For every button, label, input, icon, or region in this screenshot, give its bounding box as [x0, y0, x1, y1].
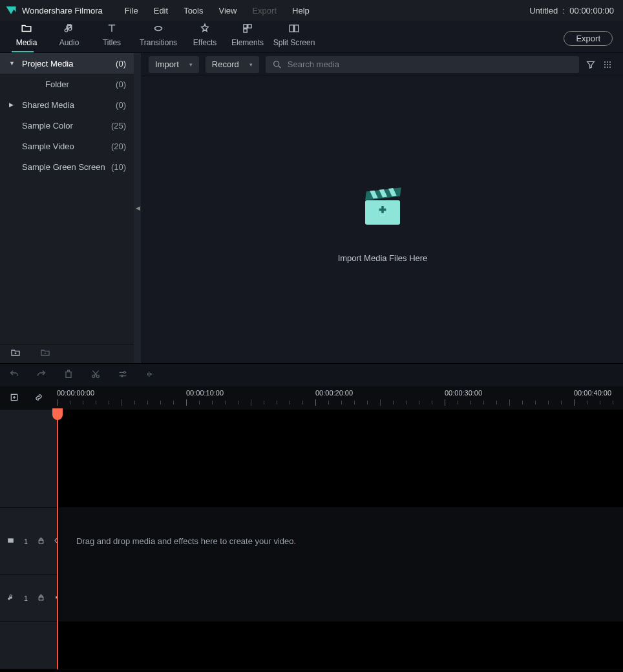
audio-wave-icon[interactable]	[145, 369, 155, 381]
timeline-area: 00:00:00:0000:00:10:0000:00:20:0000:00:3…	[0, 363, 623, 669]
media-drop-text: Import Media Files Here	[338, 253, 428, 263]
playhead-knob[interactable]	[52, 408, 63, 420]
svg-point-20	[123, 372, 125, 373]
svg-rect-26	[39, 597, 43, 600]
sidebar-list: ▼Project Media(0)▼Folder(0)▶Shared Media…	[0, 53, 134, 344]
svg-rect-4	[295, 25, 299, 32]
svg-point-6	[604, 61, 606, 63]
cut-icon[interactable]	[90, 369, 101, 381]
svg-rect-3	[290, 25, 293, 32]
menu-tools[interactable]: Tools	[177, 3, 209, 18]
media-drop-zone[interactable]: Import Media Files Here	[142, 76, 623, 363]
audio-icon	[63, 23, 75, 36]
clapperboard-icon	[354, 177, 412, 235]
delete-icon[interactable]	[63, 369, 74, 381]
chevron-left-icon: ◀	[136, 205, 140, 211]
tab-effects[interactable]: Effects	[184, 21, 226, 52]
tab-media[interactable]: Media	[5, 21, 48, 52]
ruler-tick: 00:00:10:00	[186, 389, 224, 397]
svg-point-11	[609, 64, 611, 65]
sidebar-item-sample-video[interactable]: ▼Sample Video(20)	[0, 136, 134, 156]
timeline-ruler[interactable]: 00:00:00:0000:00:10:0000:00:20:0000:00:3…	[57, 386, 623, 410]
link-icon[interactable]	[34, 392, 44, 404]
timeline-ruler-row: 00:00:00:0000:00:10:0000:00:20:0000:00:3…	[0, 386, 623, 410]
chevron-down-icon: ▾	[249, 61, 253, 68]
sidebar-collapse-handle[interactable]: ◀	[134, 53, 142, 363]
track-area: 1 Drag and drop media and effects here t…	[0, 410, 623, 669]
search-media-box[interactable]	[266, 56, 579, 73]
doc-time: 00:00:00:00	[569, 6, 614, 16]
titles-icon	[106, 23, 118, 36]
video-track[interactable]: 1 Drag and drop media and effects here t…	[0, 508, 623, 575]
audio-track-icon	[6, 593, 15, 603]
effects-icon	[199, 23, 211, 36]
import-dropdown[interactable]: Import ▾	[149, 56, 199, 73]
tab-elements[interactable]: Elements	[226, 21, 269, 52]
audio-track-head: 1	[0, 575, 57, 621]
undo-icon[interactable]	[9, 369, 19, 381]
record-dropdown[interactable]: Record ▾	[206, 56, 259, 73]
menu-help[interactable]: Help	[286, 3, 316, 18]
tab-split-screen[interactable]: Split Screen	[269, 21, 319, 52]
doc-name: Untitled	[529, 6, 558, 16]
tab-titles[interactable]: Titles	[90, 21, 133, 52]
audio-track-body[interactable]	[57, 575, 623, 621]
svg-rect-0	[244, 25, 247, 28]
ruler-tick: 00:00:20:00	[315, 389, 353, 397]
sidebar: ▼Project Media(0)▼Folder(0)▶Shared Media…	[0, 53, 134, 363]
sidebar-item-sample-color[interactable]: ▼Sample Color(25)	[0, 115, 134, 136]
new-folder-icon[interactable]	[10, 348, 21, 360]
add-marker-icon[interactable]	[9, 392, 19, 404]
ruler-tick: 00:00:00:00	[57, 389, 94, 397]
menu-export: Export	[246, 3, 283, 18]
menu-items: FileEditToolsViewExportHelp	[118, 3, 316, 18]
playhead[interactable]	[57, 410, 58, 669]
redo-icon[interactable]	[36, 369, 47, 381]
tab-audio[interactable]: Audio	[48, 21, 90, 52]
track-spacer-top	[0, 410, 623, 508]
svg-point-10	[607, 64, 608, 65]
media-panel: Import ▾ Record ▾ Import Media Fil	[142, 53, 623, 363]
video-track-body[interactable]: Drag and drop media and effects here to …	[57, 508, 623, 574]
track-drop-hint: Drag and drop media and effects here to …	[76, 536, 296, 546]
sidebar-bottom-tools	[0, 344, 134, 363]
svg-rect-1	[248, 25, 251, 28]
svg-rect-23	[8, 538, 14, 543]
tab-transitions[interactable]: Transitions	[133, 21, 184, 52]
tree-arrow-icon: ▼	[9, 60, 16, 67]
svg-point-12	[604, 67, 606, 68]
menu-edit[interactable]: Edit	[147, 3, 174, 18]
filter-icon[interactable]	[586, 59, 596, 70]
video-track-icon	[6, 536, 15, 546]
lock-icon[interactable]	[37, 536, 45, 546]
adjust-icon[interactable]	[118, 369, 128, 381]
menu-file[interactable]: File	[118, 3, 145, 18]
audio-track[interactable]: 1	[0, 575, 623, 622]
document-status: Untitled : 00:00:00:00	[529, 6, 618, 16]
ruler-tick: 00:00:40:00	[574, 389, 611, 397]
ruler-tick: 00:00:30:00	[445, 389, 482, 397]
menu-bar: Wondershare Filmora FileEditToolsViewExp…	[0, 0, 623, 21]
svg-rect-17	[381, 206, 384, 213]
svg-point-7	[607, 61, 608, 63]
delete-folder-icon[interactable]	[40, 348, 50, 360]
sidebar-item-folder[interactable]: ▼Folder(0)	[0, 74, 134, 94]
sidebar-item-project-media[interactable]: ▼Project Media(0)	[0, 53, 134, 74]
svg-rect-2	[244, 28, 247, 32]
app-title: Wondershare Filmora	[22, 6, 103, 16]
search-input[interactable]	[288, 59, 573, 69]
elements-icon	[242, 23, 253, 36]
svg-rect-24	[39, 540, 43, 543]
app-logo-icon	[5, 5, 17, 16]
sidebar-item-sample-green-screen[interactable]: ▼Sample Green Screen(10)	[0, 156, 134, 177]
timeline-edit-tools	[0, 363, 623, 386]
svg-point-14	[609, 67, 611, 68]
split-screen-icon	[288, 23, 300, 36]
lock-icon[interactable]	[37, 593, 45, 603]
sidebar-item-shared-media[interactable]: ▶Shared Media(0)	[0, 94, 134, 115]
grid-view-icon[interactable]	[602, 59, 613, 70]
media-icon	[21, 23, 32, 36]
svg-point-21	[121, 375, 123, 377]
menu-view[interactable]: View	[212, 3, 243, 18]
export-button[interactable]: Export	[564, 31, 613, 46]
